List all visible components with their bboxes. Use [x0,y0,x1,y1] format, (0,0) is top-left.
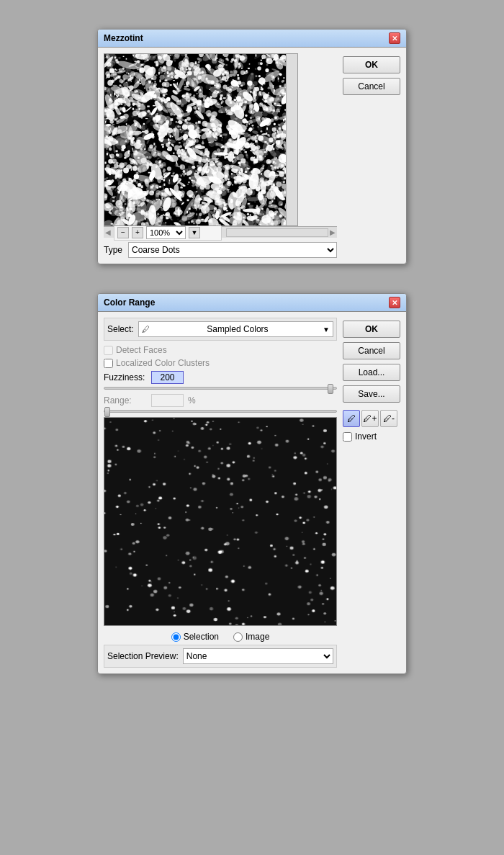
range-row: Range: % [104,394,337,407]
fuzziness-slider-container [104,387,337,390]
detect-faces-checkbox[interactable] [104,346,113,355]
fuzziness-label: Fuzziness: [104,372,147,382]
selection-preview-select[interactable]: None Grayscale Black Matte White Matte Q… [183,648,333,664]
selection-preview-row: Selection Preview: None Grayscale Black … [104,645,337,668]
selection-radio-label[interactable]: Selection [171,632,219,642]
color-range-dialog: Color Range ✕ Select: 🖊 Sampled Colors ▼… [97,293,407,674]
hscroll-track[interactable] [226,228,328,237]
localized-row: Localized Color Clusters [104,358,337,368]
color-range-titlebar: Color Range ✕ [98,294,406,312]
range-input[interactable] [151,394,184,407]
detect-faces-label: Detect Faces [116,345,167,355]
color-range-load-button[interactable]: Load... [343,364,400,381]
image-radio[interactable] [233,632,243,642]
color-range-close-button[interactable]: ✕ [389,297,400,308]
scroll-right-arrow[interactable]: ▶ [330,228,336,236]
scroll-left-arrow[interactable]: ◀ [105,228,111,236]
range-label: Range: [104,395,147,406]
zoom-select[interactable]: 100% 50% 200% [146,226,186,239]
mezzotint-preview-container [104,53,298,226]
select-label: Select: [107,324,134,334]
color-range-canvas [104,418,336,625]
type-label: Type [104,245,122,255]
mezzotint-dialog: Mezzotint ✕ ◀ − + 100% 50% 200% [97,29,407,264]
invert-row: Invert [343,431,400,442]
mezzotint-hscrollbar-container: ◀ − + 100% 50% 200% ▼ ▶ [104,226,337,238]
radio-row: Selection Image [104,632,337,642]
mezzotint-canvas [104,54,288,226]
color-range-ok-button[interactable]: OK [343,321,400,338]
mezzotint-close-button[interactable]: ✕ [389,32,400,44]
type-row: Type Fine Dots Medium Dots Grainy Dots C… [104,242,337,258]
zoom-bar: − + 100% 50% 200% ▼ [114,225,222,241]
fuzziness-slider-track[interactable] [104,387,337,390]
localized-checkbox[interactable] [104,359,113,368]
selection-label: Selection [184,632,219,642]
eyedropper-sample-button[interactable]: 🖊 [343,410,360,427]
invert-label: Invert [355,431,377,442]
invert-checkbox[interactable] [343,432,352,442]
eyedropper-subtract-button[interactable]: 🖊- [380,410,397,427]
fuzziness-row: Fuzziness: [104,371,337,384]
select-row: Select: 🖊 Sampled Colors ▼ [104,318,337,341]
select-value: Sampled Colors [207,324,268,334]
type-select[interactable]: Fine Dots Medium Dots Grainy Dots Coarse… [128,242,337,258]
select-dropdown[interactable]: 🖊 Sampled Colors ▼ [138,321,333,337]
mezzotint-ok-button[interactable]: OK [343,56,400,73]
eyedropper-add-button[interactable]: 🖊+ [361,410,379,427]
selection-radio[interactable] [171,632,181,642]
color-range-save-button[interactable]: Save... [343,385,400,403]
color-range-cancel-button[interactable]: Cancel [343,342,400,359]
image-label: Image [246,632,269,642]
fuzziness-slider-thumb[interactable] [328,384,333,394]
selection-preview-label: Selection Preview: [107,651,179,661]
eyedropper-icon-small: 🖊 [142,325,150,334]
mezzotint-title: Mezzotint [104,33,143,43]
color-range-left-panel: Select: 🖊 Sampled Colors ▼ Detect Faces … [104,318,337,668]
mezzotint-cancel-button[interactable]: Cancel [343,78,400,95]
zoom-minus-button[interactable]: − [117,227,129,238]
image-radio-label[interactable]: Image [233,632,269,642]
eyedropper-tools: 🖊 🖊+ 🖊- [343,410,400,427]
mezzotint-titlebar: Mezzotint ✕ [98,30,406,48]
mezzotint-buttons: OK Cancel [343,53,400,258]
zoom-plus-button[interactable]: + [132,227,143,238]
select-arrow: ▼ [323,326,330,334]
color-range-preview-container [104,417,337,626]
mezzotint-vscrollbar[interactable] [286,54,297,225]
range-slider-thumb[interactable] [104,407,110,417]
color-range-content: Select: 🖊 Sampled Colors ▼ Detect Faces … [98,312,406,673]
range-slider-track[interactable] [104,410,337,413]
localized-label: Localized Color Clusters [116,358,210,368]
range-slider-container [104,410,337,413]
fuzziness-input[interactable] [151,371,184,384]
mezzotint-content: ◀ − + 100% 50% 200% ▼ ▶ Type Fine Do [98,48,406,264]
range-pct: % [188,395,196,406]
mezzotint-preview-area: ◀ − + 100% 50% 200% ▼ ▶ Type Fine Do [104,53,337,258]
color-range-title: Color Range [104,297,155,308]
zoom-dropdown-button[interactable]: ▼ [189,227,200,238]
detect-faces-row: Detect Faces [104,345,337,355]
color-range-right-panel: OK Cancel Load... Save... 🖊 🖊+ 🖊- Invert [343,318,400,668]
